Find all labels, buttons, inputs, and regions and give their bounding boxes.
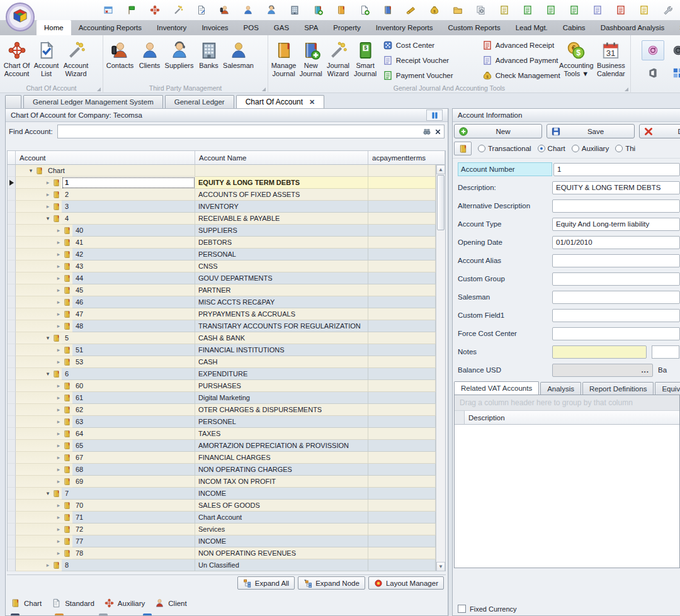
magic-wand-icon[interactable] [173, 4, 183, 15]
expand-node-button[interactable]: Expand Node [298, 576, 365, 590]
field-input[interactable] [552, 309, 680, 322]
ribbon-tab-inventory[interactable]: Inventory [149, 20, 194, 35]
ribbon-tab-settings[interactable]: Settings [672, 20, 680, 35]
cell-account-name[interactable]: MISC ACCTS REC&PAY [195, 296, 368, 308]
folder-open-icon[interactable] [452, 4, 463, 15]
tree-row-42[interactable]: ▸42PERSONAL [8, 249, 445, 260]
cell-account[interactable]: 1 [62, 177, 195, 189]
cell-account-name[interactable]: INVENTORY [195, 201, 368, 213]
cell-account-name[interactable]: EXPENDITURE [195, 368, 368, 380]
cell-account[interactable]: 78 [72, 547, 195, 559]
cell-account-name[interactable]: Chart Account [195, 512, 368, 524]
tree-row-2[interactable]: ▸2ACCOUNTS OF FIXED ASSETS [8, 189, 445, 201]
cell-account[interactable]: 68 [72, 464, 195, 476]
cell-account-name[interactable]: NON OPERATING REVENUES [195, 547, 368, 559]
detail-tab-analysis[interactable]: Analysis [540, 382, 581, 395]
cell-account[interactable]: 62 [72, 404, 195, 416]
expand-arrow-icon[interactable]: ▸ [45, 191, 51, 198]
layout-manager-button[interactable]: Layout Manager [368, 576, 444, 590]
field-input[interactable] [552, 199, 680, 213]
cell-account[interactable]: 43 [72, 260, 195, 272]
tree-row-6[interactable]: ▾6EXPENDITURE [8, 368, 445, 380]
cell-account-name[interactable]: CASH [195, 356, 368, 368]
tree-row-44[interactable]: ▸44GOUV DEPARTMENTS [8, 272, 445, 284]
cell-acpaymentterms[interactable] [368, 225, 436, 237]
cell-account-name[interactable]: PERSONAL [195, 249, 368, 260]
book-blue-icon[interactable] [382, 4, 393, 15]
field-input[interactable] [552, 291, 680, 304]
ribbon-button-account-wizard[interactable]: Account Wizard [61, 36, 91, 84]
ribbon-tab-gas[interactable]: GAS [266, 20, 297, 35]
cell-account-name[interactable]: EQUITY & LONG TERM DEBTS [195, 177, 368, 189]
expand-all-button[interactable]: Expand All [237, 576, 295, 590]
ribbon-tab-custom-reports[interactable]: Custom Reports [441, 20, 508, 35]
cell-account[interactable]: 4 [62, 213, 195, 225]
ribbon-button-suppliers[interactable]: Suppliers [164, 36, 194, 84]
expand-arrow-icon[interactable]: ▸ [45, 203, 51, 210]
cell-account[interactable]: 6 [62, 368, 195, 380]
group-dialog-launcher[interactable] [97, 87, 101, 91]
field-input[interactable]: Equity And Long-term liability [552, 218, 680, 231]
tree-row-1[interactable]: ▸1EQUITY & LONG TERM DEBTS [8, 177, 445, 189]
cell-acpaymentterms[interactable] [368, 404, 436, 416]
cell-account[interactable]: 63 [72, 416, 195, 428]
tree-row-62[interactable]: ▸62OTER CHARGES & DISPURSEMENTS [8, 404, 445, 416]
find-account-input[interactable] [60, 128, 419, 135]
cell-acpaymentterms[interactable] [368, 452, 436, 464]
cell-acpaymentterms[interactable] [368, 344, 436, 356]
tree-row-40[interactable]: ▸40SUPPLIERS [8, 225, 445, 237]
ribbon-button-manage-journal[interactable]: Manage Journal [270, 36, 297, 84]
cell-acpaymentterms[interactable] [368, 320, 436, 332]
field-input[interactable]: 1 [553, 163, 680, 176]
cell-account[interactable]: 8 [62, 559, 195, 571]
notes-side-box[interactable] [652, 345, 679, 359]
cell-acpaymentterms[interactable] [368, 272, 436, 284]
cell-account[interactable]: 48 [72, 320, 195, 332]
cell-acpaymentterms[interactable] [368, 213, 436, 225]
ribbon-tab-cabins[interactable]: Cabins [555, 20, 593, 35]
expand-arrow-icon[interactable]: ▸ [55, 526, 62, 532]
cell-acpaymentterms[interactable] [368, 249, 436, 260]
column-header-account[interactable]: Account [16, 151, 195, 165]
ribbon-button-banks[interactable]: Banks [194, 36, 224, 84]
chart-book-button[interactable] [454, 142, 472, 155]
tree-row-61[interactable]: ▸61Digital Marketing [8, 392, 445, 404]
cell-account[interactable]: 7 [62, 488, 195, 500]
cell-account[interactable]: 45 [72, 284, 195, 296]
scroll-up-icon[interactable]: ▲ [436, 165, 445, 174]
ribbon-button-receipt-voucher[interactable]: Receipt Voucher [383, 55, 475, 65]
ribbon-tab-dashboard-analysis[interactable]: Dashboard Analysis [593, 20, 672, 35]
grid-vertical-scrollbar[interactable]: ▲▼ [436, 165, 445, 571]
ribbon-button-journal-wizard[interactable]: Journal Wizard [324, 36, 351, 84]
list-red-icon[interactable] [615, 4, 626, 15]
vat-description-column[interactable]: Description [465, 411, 679, 425]
cell-account-name[interactable]: Digital Marketing [195, 392, 368, 404]
cell-account-name[interactable]: TAXES [195, 428, 368, 440]
cell-acpaymentterms[interactable] [368, 368, 436, 380]
cell-acpaymentterms[interactable] [368, 296, 436, 308]
book-teal-add-icon[interactable] [312, 4, 323, 15]
cell-account[interactable]: 67 [72, 452, 195, 464]
tree-row-60[interactable]: ▸60PURSHASES [8, 380, 445, 392]
expand-arrow-icon[interactable]: ▸ [55, 466, 62, 473]
delete-button[interactable]: Delete [639, 124, 680, 138]
cell-account[interactable]: 42 [72, 249, 195, 260]
tree-row-69[interactable]: ▸69INCOM TAX ON PROFIT [8, 476, 445, 488]
radio-transactional[interactable]: Transactional [478, 145, 531, 152]
wrench-icon[interactable] [662, 4, 672, 15]
ribbon-tab-property[interactable]: Property [326, 20, 368, 35]
tree-row-3[interactable]: ▸3INVENTORY [8, 201, 445, 213]
cell-account[interactable]: 5 [62, 332, 195, 344]
cell-account[interactable]: 60 [72, 380, 195, 392]
ribbon-button-cost-center[interactable]: Cost Center [383, 40, 475, 50]
cell-account-name[interactable]: AMORTAZION DEPRECIATION & PROVISSION [195, 440, 368, 452]
field-input[interactable]: EQUITY & LONG TERM DEBTS [552, 181, 680, 194]
tree-row-41[interactable]: ▸41DEBTORS [8, 237, 445, 249]
tree-row-77[interactable]: ▸77INCOME [8, 535, 445, 547]
circle-pink-button[interactable] [642, 40, 664, 60]
list-green-icon[interactable] [522, 4, 533, 15]
cell-account-name[interactable]: INCOME [195, 535, 368, 547]
ribbon-button-salesman[interactable]: Salesman [224, 36, 253, 84]
doc-tab-general-ledger[interactable]: General Ledger [165, 95, 234, 108]
cell-account[interactable]: 46 [72, 296, 195, 308]
